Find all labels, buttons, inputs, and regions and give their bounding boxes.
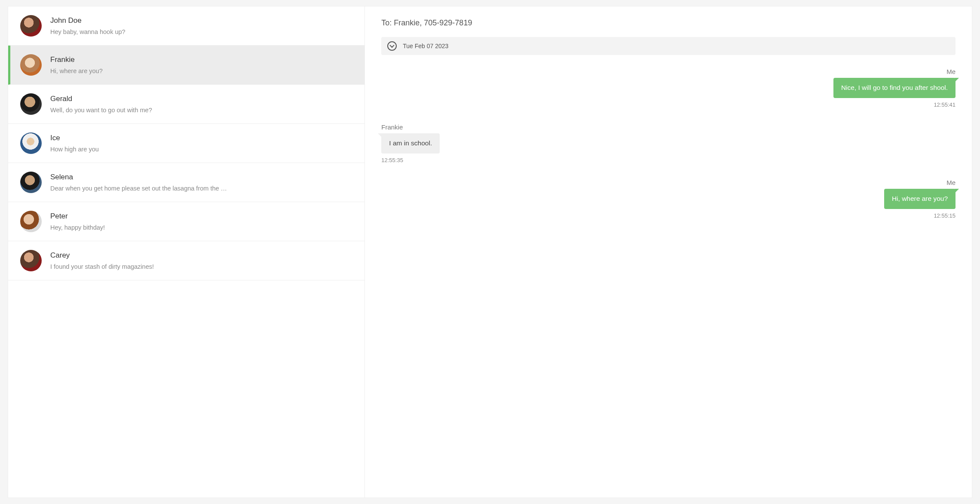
date-separator[interactable]: Tue Feb 07 2023 bbox=[381, 37, 956, 55]
contact-name: Frankie bbox=[50, 55, 352, 64]
contact-text: CareyI found your stash of dirty magazin… bbox=[50, 251, 352, 270]
contact-text: IceHow high are you bbox=[50, 134, 352, 153]
avatar bbox=[20, 211, 42, 232]
message-bubble[interactable]: Hi, where are you? bbox=[884, 189, 956, 209]
contact-item[interactable]: SelenaDear when you get home please set … bbox=[8, 163, 364, 202]
message-group: FrankieI am in school.12:55:35 bbox=[381, 123, 956, 163]
contact-text: PeterHey, happy bithday! bbox=[50, 212, 352, 231]
contact-text: John DoeHey baby, wanna hook up? bbox=[50, 16, 352, 35]
contact-preview: I found your stash of dirty magazines! bbox=[50, 263, 352, 270]
message-group: MeHi, where are you?12:55:15 bbox=[381, 179, 956, 219]
contacts-panel: John DoeHey baby, wanna hook up?FrankieH… bbox=[8, 6, 364, 498]
contact-item[interactable]: IceHow high are you bbox=[8, 124, 364, 163]
message-time: 12:55:15 bbox=[934, 212, 956, 219]
contact-preview: Hey baby, wanna hook up? bbox=[50, 28, 352, 35]
avatar bbox=[20, 54, 42, 76]
message-bubble[interactable]: Nice, I will go to find you after shool. bbox=[833, 78, 956, 98]
message-time: 12:55:35 bbox=[381, 157, 403, 163]
chat-panel: To: Frankie, 705-929-7819 Tue Feb 07 202… bbox=[364, 6, 972, 498]
avatar bbox=[20, 172, 42, 193]
contact-name: John Doe bbox=[50, 16, 352, 25]
contact-item[interactable]: GeraldWell, do you want to go out with m… bbox=[8, 85, 364, 124]
contact-preview: Dear when you get home please set out th… bbox=[50, 185, 352, 192]
avatar bbox=[20, 93, 42, 115]
contact-preview: How high are you bbox=[50, 146, 352, 153]
message-sender: Frankie bbox=[381, 123, 403, 131]
contact-text: GeraldWell, do you want to go out with m… bbox=[50, 95, 352, 114]
avatar bbox=[20, 132, 42, 154]
contact-name: Ice bbox=[50, 134, 352, 142]
contact-item[interactable]: PeterHey, happy bithday! bbox=[8, 202, 364, 241]
chat-to-line: To: Frankie, 705-929-7819 bbox=[381, 18, 956, 28]
contact-text: FrankieHi, where are you? bbox=[50, 55, 352, 74]
contact-name: Selena bbox=[50, 173, 352, 181]
message-time: 12:55:41 bbox=[934, 101, 956, 108]
message-bubble[interactable]: I am in school. bbox=[381, 133, 440, 154]
contact-item[interactable]: CareyI found your stash of dirty magazin… bbox=[8, 241, 364, 280]
chevron-down-icon bbox=[387, 41, 397, 51]
app-root: John DoeHey baby, wanna hook up?FrankieH… bbox=[0, 0, 980, 504]
contact-item[interactable]: John DoeHey baby, wanna hook up? bbox=[8, 6, 364, 46]
contact-name: Gerald bbox=[50, 95, 352, 103]
contact-text: SelenaDear when you get home please set … bbox=[50, 173, 352, 192]
contact-item[interactable]: FrankieHi, where are you? bbox=[8, 46, 364, 85]
message-sender: Me bbox=[946, 68, 956, 75]
message-sender: Me bbox=[946, 179, 956, 186]
contacts-list[interactable]: John DoeHey baby, wanna hook up?FrankieH… bbox=[8, 6, 364, 498]
contact-preview: Hey, happy bithday! bbox=[50, 224, 352, 231]
contact-name: Carey bbox=[50, 251, 352, 260]
contact-name: Peter bbox=[50, 212, 352, 221]
message-group: MeNice, I will go to find you after shoo… bbox=[381, 68, 956, 108]
messages-list: MeNice, I will go to find you after shoo… bbox=[381, 68, 956, 486]
date-text: Tue Feb 07 2023 bbox=[403, 43, 448, 49]
avatar bbox=[20, 250, 42, 271]
contact-preview: Well, do you want to go out with me? bbox=[50, 107, 352, 114]
avatar bbox=[20, 15, 42, 37]
contact-preview: Hi, where are you? bbox=[50, 68, 352, 74]
